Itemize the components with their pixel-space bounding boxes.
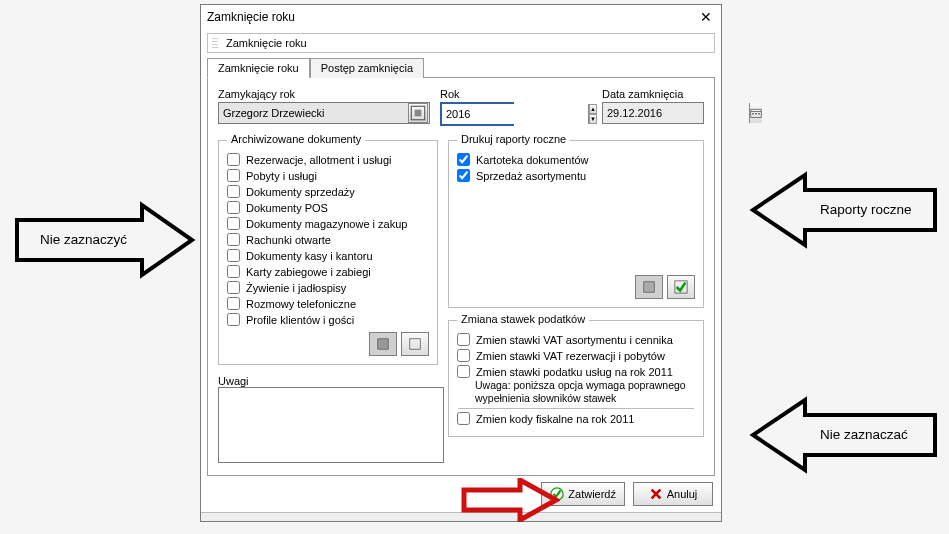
callout-right-bottom: Nie zaznaczać [745, 395, 940, 475]
dialog-window: Zamknięcie roku ✕ Zamknięcie roku Zamkni… [200, 4, 722, 522]
arch-checkbox-10[interactable]: Profile klientów i gości [227, 313, 429, 326]
pointer-arrow-zatwierdz [460, 478, 560, 524]
reports-select-all-button[interactable] [667, 275, 695, 299]
chk-podatek-uslug[interactable]: Zmien stawki podatku usług na rok 2011 [457, 365, 695, 378]
year-input[interactable] [442, 104, 588, 124]
svg-rect-5 [755, 113, 757, 115]
chk-vat-asortyment[interactable]: Zmien stawki VAT asortymentu i cennika [457, 333, 695, 346]
group-archiwizowane-legend: Archiwizowane dokumenty [227, 133, 365, 145]
arch-checkbox-9[interactable]: Rozmowy telefoniczne [227, 297, 429, 310]
report-checkbox-0[interactable]: Kartoteka dokumentów [457, 153, 695, 166]
user-label: Zamykający rok [218, 88, 430, 100]
stawki-note: Uwaga: poniższa opcja wymaga poprawnego … [457, 379, 695, 404]
user-picker-button[interactable] [408, 103, 428, 123]
svg-rect-9 [644, 282, 655, 293]
anuluj-button[interactable]: Anuluj [633, 482, 713, 506]
svg-marker-17 [464, 480, 556, 520]
chk-vat-rezerwacje[interactable]: Zmien stawki VAT rezerwacji i pobytów [457, 349, 695, 362]
date-label: Data zamknięcia [602, 88, 704, 100]
uwagi-label: Uwagi [218, 375, 438, 387]
svg-rect-7 [378, 339, 389, 350]
title-bar: Zamknięcie roku ✕ [201, 5, 721, 29]
chk-kody-fiskalne[interactable]: Zmien kody fiskalne na rok 2011 [457, 412, 695, 425]
callout-right-bottom-label: Nie zaznaczać [820, 427, 908, 442]
arch-checkbox-5[interactable]: Rachunki otwarte [227, 233, 429, 246]
callout-left-label: Nie zaznaczyć [40, 232, 127, 247]
group-archiwizowane: Archiwizowane dokumenty Rezerwacje, allo… [218, 140, 438, 365]
year-down-button[interactable]: ▼ [589, 114, 597, 124]
tabs-container: Zamknięcie roku Postęp zamknięcia Zamyka… [207, 57, 715, 476]
year-up-button[interactable]: ▲ [589, 104, 597, 114]
svg-rect-4 [752, 113, 754, 115]
arch-checkbox-3[interactable]: Dokumenty POS [227, 201, 429, 214]
report-checkbox-1[interactable]: Sprzedaż asortymentu [457, 169, 695, 182]
year-spinner[interactable]: ▲ ▼ [440, 102, 514, 126]
date-input[interactable] [603, 103, 749, 123]
arch-clear-all-button[interactable] [401, 332, 429, 356]
group-raporty-legend: Drukuj raporty roczne [457, 133, 570, 145]
cancel-icon [649, 487, 663, 501]
tab-postep-zamkniecia[interactable]: Postęp zamknięcia [310, 58, 424, 78]
group-stawki: Zmiana stawek podatków Zmien stawki VAT … [448, 320, 704, 437]
arch-checkbox-7[interactable]: Karty zabiegowe i zabiegi [227, 265, 429, 278]
year-label: Rok [440, 88, 514, 100]
date-field[interactable] [602, 102, 704, 124]
user-combo[interactable] [218, 102, 430, 124]
arch-checkbox-1[interactable]: Pobyty i usługi [227, 169, 429, 182]
callout-right-top-label: Raporty roczne [820, 202, 912, 217]
window-title: Zamknięcie roku [207, 10, 295, 24]
tab-zamkniecie-roku[interactable]: Zamknięcie roku [207, 58, 310, 78]
reports-clear-all-button[interactable] [635, 275, 663, 299]
close-icon[interactable]: ✕ [697, 9, 715, 25]
svg-rect-8 [410, 339, 421, 350]
separator [458, 408, 694, 409]
arch-select-all-button[interactable] [369, 332, 397, 356]
callout-right-top: Raporty roczne [745, 170, 940, 250]
user-input[interactable] [219, 105, 407, 121]
callout-left: Nie zaznaczyć [12, 200, 197, 280]
arch-checkbox-2[interactable]: Dokumenty sprzedaży [227, 185, 429, 198]
group-stawki-legend: Zmiana stawek podatków [457, 313, 589, 325]
svg-rect-6 [758, 113, 760, 115]
arch-checkbox-4[interactable]: Dokumenty magazynowe i zakup [227, 217, 429, 230]
arch-checkbox-0[interactable]: Rezerwacje, allotment i usługi [227, 153, 429, 166]
arch-checkbox-8[interactable]: Żywienie i jadłospisy [227, 281, 429, 294]
toolbar-title: Zamknięcie roku [207, 33, 715, 53]
calendar-icon[interactable] [749, 103, 762, 123]
arch-checkbox-6[interactable]: Dokumenty kasy i kantoru [227, 249, 429, 262]
uwagi-textarea[interactable] [218, 387, 444, 463]
tab-panel: Zamykający rok Rok ▲ ▼ [207, 77, 715, 476]
svg-rect-1 [415, 110, 422, 117]
group-raporty: Drukuj raporty roczne Kartoteka dokument… [448, 140, 704, 308]
